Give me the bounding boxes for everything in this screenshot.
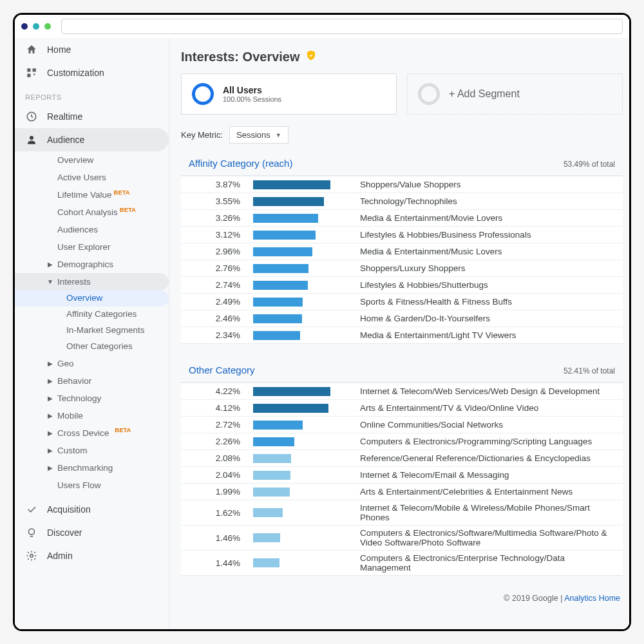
row-bar xyxy=(253,387,350,396)
row-bar xyxy=(253,314,350,323)
audience-sub-behavior[interactable]: ▶Behavior xyxy=(15,372,169,390)
row-bar xyxy=(253,404,350,413)
row-bar xyxy=(253,471,350,480)
row-label: Internet & Telecom/Mobile & Wireless/Mob… xyxy=(350,503,615,522)
segment-all-users[interactable]: All Users 100.00% Sessions xyxy=(181,73,397,115)
table-row: 3.12%Lifestyles & Hobbies/Business Profe… xyxy=(181,226,623,243)
table-row: 2.72%Online Communities/Social Networks xyxy=(181,416,623,433)
row-label: Lifestyles & Hobbies/Business Profession… xyxy=(350,230,615,240)
gear-icon xyxy=(25,549,38,562)
row-pct: 3.87% xyxy=(189,180,253,189)
interests-sub-other[interactable]: Other Categories xyxy=(15,339,169,355)
table-row: 1.44%Computers & Electronics/Enterprise … xyxy=(181,550,623,575)
sidebar-item-discover[interactable]: Discover xyxy=(15,521,169,544)
row-bar xyxy=(253,558,350,567)
row-pct: 2.04% xyxy=(189,470,253,480)
sidebar-item-label: Audience xyxy=(47,135,84,145)
row-bar xyxy=(253,437,350,446)
row-pct: 2.46% xyxy=(189,314,253,323)
row-bar xyxy=(253,298,350,307)
sidebar-item-label: Admin xyxy=(47,551,73,561)
row-label: Shoppers/Value Shoppers xyxy=(350,180,615,189)
add-segment-button[interactable]: + Add Segment xyxy=(407,73,623,115)
row-bar xyxy=(253,454,350,463)
row-bar xyxy=(253,247,350,256)
sidebar-item-label: Acquisition xyxy=(47,504,91,515)
audience-sub-cohort-analysis[interactable]: Cohort AnalysisBETA xyxy=(15,204,169,221)
row-bar xyxy=(253,331,350,340)
sidebar-item-realtime[interactable]: Realtime xyxy=(15,105,169,128)
audience-sub-users-flow[interactable]: Users Flow xyxy=(15,477,169,494)
sidebar-item-label: Home xyxy=(47,44,71,55)
table-row: 2.04%Internet & Telecom/Email & Messagin… xyxy=(181,466,623,483)
caret-right-icon: ▶ xyxy=(47,412,53,419)
row-pct: 2.34% xyxy=(189,330,253,340)
row-bar xyxy=(253,421,350,430)
sidebar-item-audience[interactable]: Audience xyxy=(15,128,169,151)
audience-sub-cross-device[interactable]: ▶Cross DeviceBETA xyxy=(15,424,169,442)
chevron-down-icon: ▼ xyxy=(276,132,281,138)
sidebar-item-home[interactable]: Home xyxy=(15,38,169,61)
row-label: Sports & Fitness/Health & Fitness Buffs xyxy=(350,297,615,307)
row-label: Online Communities/Social Networks xyxy=(350,420,615,430)
row-bar xyxy=(253,180,350,189)
table-row: 2.34%Media & Entertainment/Light TV View… xyxy=(181,327,623,343)
row-pct: 2.72% xyxy=(189,420,253,430)
url-bar[interactable] xyxy=(61,19,623,34)
other-title-link[interactable]: Other Category xyxy=(189,365,255,375)
table-row: 3.87%Shoppers/Value Shoppers xyxy=(181,176,623,193)
sidebar-heading-reports: REPORTS xyxy=(15,84,169,105)
other-total-pct: 52.41% of total xyxy=(564,366,615,375)
audience-sub-geo[interactable]: ▶Geo xyxy=(15,355,169,372)
row-bar xyxy=(253,214,350,223)
audience-sub-custom[interactable]: ▶Custom xyxy=(15,442,169,459)
table-row: 2.26%Computers & Electronics/Programming… xyxy=(181,433,623,450)
audience-sub-benchmarking[interactable]: ▶Benchmarking xyxy=(15,459,169,477)
audience-sub-active-users[interactable]: Active Users xyxy=(15,169,169,186)
row-label: Computers & Electronics/Enterprise Techn… xyxy=(350,553,615,573)
home-icon xyxy=(25,43,38,56)
row-bar xyxy=(253,231,350,240)
key-metric-select[interactable]: Sessions ▼ xyxy=(229,126,289,144)
sidebar-item-label: Realtime xyxy=(47,111,82,122)
bulb-icon xyxy=(25,526,38,539)
audience-sub-demographics[interactable]: ▶ Demographics xyxy=(15,256,169,273)
footer-link-analytics-home[interactable]: Analytics Home xyxy=(564,594,620,603)
interests-sub-in-market[interactable]: In-Market Segments xyxy=(15,323,169,339)
segment-title: All Users xyxy=(223,85,281,95)
row-label: Lifestyles & Hobbies/Shutterbugs xyxy=(350,280,615,290)
table-row: 4.22%Internet & Telecom/Web Services/Web… xyxy=(181,383,623,399)
audience-sub-lifetime-value[interactable]: Lifetime ValueBETA xyxy=(15,186,169,204)
audience-sub-mobile[interactable]: ▶Mobile xyxy=(15,407,169,424)
sidebar-item-customization[interactable]: Customization xyxy=(15,61,169,84)
svg-rect-0 xyxy=(27,68,30,71)
table-row: 3.26%Media & Entertainment/Movie Lovers xyxy=(181,209,623,226)
segment-ring-icon xyxy=(192,83,214,105)
svg-point-6 xyxy=(29,529,35,535)
audience-sub-audiences[interactable]: Audiences xyxy=(15,221,169,238)
interests-sub-affinity[interactable]: Affinity Categories xyxy=(15,307,169,323)
row-bar xyxy=(253,508,350,517)
row-label: Computers & Electronics/Software/Multime… xyxy=(350,528,615,547)
clock-icon xyxy=(25,110,38,123)
audience-sub-user-explorer[interactable]: User Explorer xyxy=(15,238,169,256)
audience-sub-technology[interactable]: ▶Technology xyxy=(15,390,169,407)
audience-sub-interests[interactable]: ▼ Interests xyxy=(15,273,169,290)
sidebar-item-acquisition[interactable]: Acquisition xyxy=(15,498,169,521)
caret-right-icon: ▶ xyxy=(47,377,53,384)
audience-sub-overview[interactable]: Overview xyxy=(15,151,169,169)
customization-icon xyxy=(25,66,38,79)
caret-right-icon: ▶ xyxy=(47,464,53,471)
interests-sub-overview[interactable]: Overview xyxy=(15,290,169,307)
table-row: 1.99%Arts & Entertainment/Celebrities & … xyxy=(181,483,623,500)
other-section: Other Category 52.41% of total 4.22%Inte… xyxy=(181,357,623,576)
svg-point-7 xyxy=(30,554,33,557)
caret-right-icon: ▶ xyxy=(47,360,53,367)
verified-shield-icon xyxy=(305,50,317,64)
acquisition-icon xyxy=(25,503,38,516)
row-label: Home & Garden/Do-It-Yourselfers xyxy=(350,314,615,323)
row-label: Arts & Entertainment/TV & Video/Online V… xyxy=(350,403,615,413)
affinity-title-link[interactable]: Affinity Category (reach) xyxy=(189,158,292,169)
sidebar-item-admin[interactable]: Admin xyxy=(15,544,169,567)
svg-rect-3 xyxy=(33,74,35,75)
